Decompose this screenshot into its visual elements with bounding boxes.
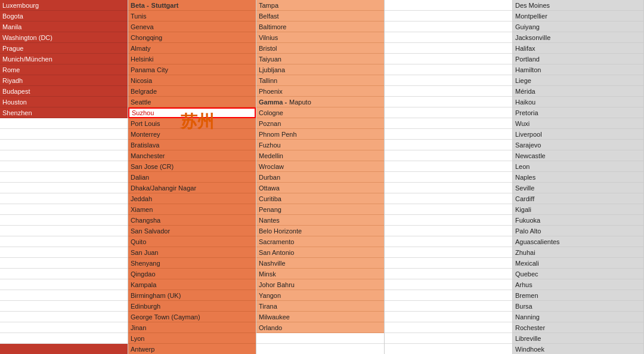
col2-group: Beta - StuttgartTunisGenevaChongqingAlma… [128, 0, 256, 354]
col4-cell-30 [385, 322, 512, 333]
col4-cell-4 [385, 43, 512, 54]
col5-city-11: Wuxi [513, 118, 643, 129]
col5-group: Des MoinesMontpellierGuiyangJacksonville… [513, 0, 644, 354]
col3-city-1: Belfast [256, 11, 384, 21]
col2-city-4: Almaty [128, 43, 256, 54]
col5-city-7: Liege [513, 75, 643, 86]
col3-city-23: San Antonio [256, 247, 384, 258]
col1-city-14 [0, 150, 128, 161]
col2-city-10: Suzhou [128, 107, 256, 118]
col1-city-11 [0, 118, 128, 129]
col2-beta-label: Beta - Stuttgart [128, 0, 256, 11]
col1-city-30 [0, 322, 128, 333]
col3-city-6: Ljubljana [256, 64, 384, 75]
col4-cell-10 [385, 107, 512, 118]
col1-city-7: Riyadh [0, 75, 128, 86]
col2-city-30: Jinan [128, 322, 256, 333]
col2-city-11: Port Louis [128, 118, 256, 129]
col5-city-12: Liverpool [513, 129, 643, 140]
col4-cell-8 [385, 86, 512, 97]
col3-city-16: Durban [256, 172, 384, 183]
col4-cell-18 [385, 193, 512, 204]
col5-city-6: Hamilton [513, 64, 643, 75]
col1-city-0: Luxembourg [0, 0, 128, 11]
col1-city-19 [0, 204, 128, 215]
col2-city-28: Edinburgh [128, 301, 256, 312]
col5-city-16: Naples [513, 172, 643, 183]
col5-city-14: Newcastle [513, 150, 643, 161]
col4-cell-7 [385, 75, 512, 86]
col2-city-32: Antwerp [128, 344, 256, 354]
col4-cell-1 [385, 11, 512, 21]
col3-city-17: Ottawa [256, 183, 384, 193]
col5-city-21: Palo Alto [513, 226, 643, 236]
col1-city-25 [0, 269, 128, 279]
col3-city-15: Wroclaw [256, 161, 384, 172]
col1-city-13 [0, 140, 128, 150]
col5-city-25: Quebec [513, 269, 643, 279]
col2-city-12: Monterrey [128, 129, 256, 140]
col1-city-23 [0, 247, 128, 258]
col4-cell-0 [385, 0, 512, 11]
col2-city-16: Dalian [128, 172, 256, 183]
col4-cell-25 [385, 269, 512, 279]
col1-city-21 [0, 226, 128, 236]
col2-city-3: Chongqing [128, 32, 256, 43]
col4-cell-15 [385, 161, 512, 172]
col5-city-19: Kigali [513, 204, 643, 215]
col3-city-5: Taiyuan [256, 54, 384, 64]
col2-city-6: Panama City [128, 64, 256, 75]
col5-city-32: Windhoek [513, 344, 643, 354]
col5-city-23: Zhuhai [513, 247, 643, 258]
col1-city-24 [0, 258, 128, 269]
col5-city-4: Halifax [513, 43, 643, 54]
col4-cell-22 [385, 236, 512, 247]
col2-city-1: Tunis [128, 11, 256, 21]
col1-city-1: Bogota [0, 11, 128, 21]
col1-city-12 [0, 129, 128, 140]
col5-city-30: Rochester [513, 322, 643, 333]
col3-city-21: Belo Horizonte [256, 226, 384, 236]
col3-city-22: Sacramento [256, 236, 384, 247]
col4-cell-28 [385, 301, 512, 312]
col5-city-15: Leon [513, 161, 643, 172]
col3-city-30: Orlando [256, 322, 384, 333]
col5-city-27: Bremen [513, 290, 643, 301]
col3-city-32 [256, 344, 384, 354]
col3-city-8: Phoenix [256, 86, 384, 97]
col4-cell-17 [385, 183, 512, 193]
col4-group [385, 0, 513, 354]
col1-city-29 [0, 312, 128, 322]
col1-city-18 [0, 193, 128, 204]
col1-city-2: Manila [0, 21, 128, 32]
col5-city-28: Bursa [513, 301, 643, 312]
col5-city-5: Portland [513, 54, 643, 64]
col2-city-8: Belgrade [128, 86, 256, 97]
col4-cell-27 [385, 290, 512, 301]
col4-cell-3 [385, 32, 512, 43]
col4-cell-20 [385, 215, 512, 226]
col3-city-27: Yangon [256, 290, 384, 301]
col5-city-1: Montpellier [513, 11, 643, 21]
col5-city-18: Cardiff [513, 193, 643, 204]
col3-city-2: Baltimore [256, 21, 384, 32]
col5-city-10: Pretoria [513, 107, 643, 118]
col4-cell-12 [385, 129, 512, 140]
col1-city-22 [0, 236, 128, 247]
col3-city-7: Tallinn [256, 75, 384, 86]
col3-city-12: Phnom Penh [256, 129, 384, 140]
col4-cell-31 [385, 333, 512, 344]
col5-city-8: Mérida [513, 86, 643, 97]
col5-city-22: Aguascalientes [513, 236, 643, 247]
col1-city-20 [0, 215, 128, 226]
col4-cell-21 [385, 226, 512, 236]
col5-city-29: Nanning [513, 312, 643, 322]
col3-city-4: Bristol [256, 43, 384, 54]
col2-city-9: Seattle [128, 97, 256, 107]
col2-city-29: George Town (Cayman) [128, 312, 256, 322]
col3-city-14: Medellin [256, 150, 384, 161]
col3-city-24: Nashville [256, 258, 384, 269]
col5-city-31: Libreville [513, 333, 643, 344]
col3-city-18: Curitiba [256, 193, 384, 204]
col4-cell-13 [385, 140, 512, 150]
